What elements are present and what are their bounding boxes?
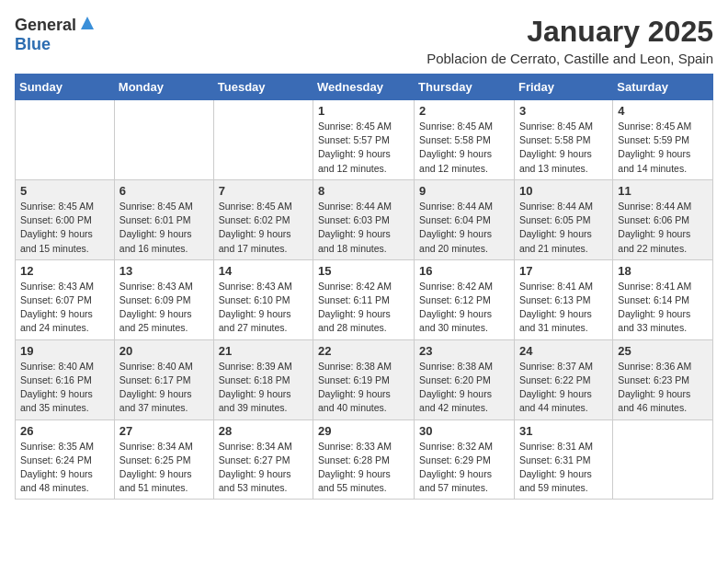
day-detail: Sunrise: 8:41 AM Sunset: 6:14 PM Dayligh… <box>618 281 691 334</box>
calendar-cell: 24Sunrise: 8:37 AM Sunset: 6:22 PM Dayli… <box>514 339 612 419</box>
logo-general: General <box>15 16 76 35</box>
day-number: 19 <box>20 344 109 358</box>
calendar-cell: 19Sunrise: 8:40 AM Sunset: 6:16 PM Dayli… <box>16 339 115 419</box>
day-number: 20 <box>119 344 209 358</box>
calendar-cell: 16Sunrise: 8:42 AM Sunset: 6:12 PM Dayli… <box>415 259 515 339</box>
weekday-header: Friday <box>514 75 612 100</box>
calendar-cell: 18Sunrise: 8:41 AM Sunset: 6:14 PM Dayli… <box>613 259 713 339</box>
title-area: January 2025 Poblacion de Cerrato, Casti… <box>427 15 713 66</box>
calendar-cell: 7Sunrise: 8:45 AM Sunset: 6:02 PM Daylig… <box>213 179 313 259</box>
calendar-week-row: 1Sunrise: 8:45 AM Sunset: 5:57 PM Daylig… <box>16 100 713 180</box>
day-number: 22 <box>318 344 409 358</box>
day-number: 21 <box>219 344 308 358</box>
day-number: 7 <box>219 184 308 198</box>
day-number: 29 <box>318 424 409 438</box>
day-detail: Sunrise: 8:34 AM Sunset: 6:25 PM Dayligh… <box>119 441 193 494</box>
logo-blue: Blue <box>15 35 51 53</box>
day-number: 3 <box>519 104 608 118</box>
day-detail: Sunrise: 8:44 AM Sunset: 6:04 PM Dayligh… <box>419 201 493 254</box>
day-detail: Sunrise: 8:41 AM Sunset: 6:13 PM Dayligh… <box>519 281 593 334</box>
day-detail: Sunrise: 8:44 AM Sunset: 6:06 PM Dayligh… <box>618 201 691 254</box>
calendar-cell: 28Sunrise: 8:34 AM Sunset: 6:27 PM Dayli… <box>213 419 313 500</box>
calendar-cell: 1Sunrise: 8:45 AM Sunset: 5:57 PM Daylig… <box>313 100 415 180</box>
day-detail: Sunrise: 8:45 AM Sunset: 6:01 PM Dayligh… <box>119 201 193 254</box>
calendar-cell: 11Sunrise: 8:44 AM Sunset: 6:06 PM Dayli… <box>613 179 713 259</box>
day-detail: Sunrise: 8:37 AM Sunset: 6:22 PM Dayligh… <box>519 361 593 414</box>
day-detail: Sunrise: 8:44 AM Sunset: 6:05 PM Dayligh… <box>519 201 593 254</box>
day-number: 5 <box>20 184 109 198</box>
calendar-cell: 29Sunrise: 8:33 AM Sunset: 6:28 PM Dayli… <box>313 419 415 500</box>
weekday-header: Sunday <box>16 75 115 100</box>
day-detail: Sunrise: 8:42 AM Sunset: 6:12 PM Dayligh… <box>419 281 493 334</box>
day-detail: Sunrise: 8:45 AM Sunset: 5:58 PM Dayligh… <box>519 121 593 174</box>
day-detail: Sunrise: 8:38 AM Sunset: 6:19 PM Dayligh… <box>318 361 392 414</box>
calendar-cell <box>114 100 213 180</box>
day-detail: Sunrise: 8:40 AM Sunset: 6:16 PM Dayligh… <box>20 361 94 414</box>
day-number: 23 <box>419 344 509 358</box>
calendar-cell: 9Sunrise: 8:44 AM Sunset: 6:04 PM Daylig… <box>415 179 515 259</box>
calendar-cell: 5Sunrise: 8:45 AM Sunset: 6:00 PM Daylig… <box>16 179 115 259</box>
logo-icon <box>79 15 96 35</box>
calendar-cell: 13Sunrise: 8:43 AM Sunset: 6:09 PM Dayli… <box>114 259 213 339</box>
day-detail: Sunrise: 8:45 AM Sunset: 5:58 PM Dayligh… <box>419 121 493 174</box>
calendar-cell: 30Sunrise: 8:32 AM Sunset: 6:29 PM Dayli… <box>415 419 515 500</box>
day-detail: Sunrise: 8:42 AM Sunset: 6:11 PM Dayligh… <box>318 281 392 334</box>
weekday-header: Tuesday <box>213 75 313 100</box>
day-detail: Sunrise: 8:36 AM Sunset: 6:23 PM Dayligh… <box>618 361 691 414</box>
calendar-week-row: 12Sunrise: 8:43 AM Sunset: 6:07 PM Dayli… <box>16 259 713 339</box>
calendar-cell: 3Sunrise: 8:45 AM Sunset: 5:58 PM Daylig… <box>514 100 612 180</box>
calendar-cell: 15Sunrise: 8:42 AM Sunset: 6:11 PM Dayli… <box>313 259 415 339</box>
day-number: 25 <box>618 344 708 358</box>
day-detail: Sunrise: 8:43 AM Sunset: 6:10 PM Dayligh… <box>219 281 292 334</box>
day-detail: Sunrise: 8:31 AM Sunset: 6:31 PM Dayligh… <box>519 441 593 494</box>
calendar-cell: 10Sunrise: 8:44 AM Sunset: 6:05 PM Dayli… <box>514 179 612 259</box>
calendar-week-row: 19Sunrise: 8:40 AM Sunset: 6:16 PM Dayli… <box>16 339 713 419</box>
day-number: 6 <box>119 184 209 198</box>
day-number: 17 <box>519 264 608 278</box>
day-number: 10 <box>519 184 608 198</box>
calendar-cell <box>213 100 313 180</box>
day-number: 11 <box>618 184 708 198</box>
calendar-cell: 31Sunrise: 8:31 AM Sunset: 6:31 PM Dayli… <box>514 419 612 500</box>
day-number: 13 <box>119 264 209 278</box>
day-number: 31 <box>519 424 608 438</box>
day-detail: Sunrise: 8:45 AM Sunset: 6:02 PM Dayligh… <box>219 201 292 254</box>
calendar-cell: 14Sunrise: 8:43 AM Sunset: 6:10 PM Dayli… <box>213 259 313 339</box>
day-number: 8 <box>318 184 409 198</box>
day-detail: Sunrise: 8:38 AM Sunset: 6:20 PM Dayligh… <box>419 361 493 414</box>
day-number: 24 <box>519 344 608 358</box>
weekday-header: Thursday <box>415 75 515 100</box>
day-detail: Sunrise: 8:43 AM Sunset: 6:09 PM Dayligh… <box>119 281 193 334</box>
svg-marker-0 <box>81 17 94 29</box>
calendar-cell: 2Sunrise: 8:45 AM Sunset: 5:58 PM Daylig… <box>415 100 515 180</box>
calendar-table: SundayMondayTuesdayWednesdayThursdayFrid… <box>15 74 713 500</box>
day-number: 4 <box>618 104 708 118</box>
day-number: 9 <box>419 184 509 198</box>
weekday-header: Wednesday <box>313 75 415 100</box>
header: General Blue January 2025 Poblacion de C… <box>15 15 713 66</box>
calendar-cell: 27Sunrise: 8:34 AM Sunset: 6:25 PM Dayli… <box>114 419 213 500</box>
calendar-cell: 25Sunrise: 8:36 AM Sunset: 6:23 PM Dayli… <box>613 339 713 419</box>
calendar-cell: 22Sunrise: 8:38 AM Sunset: 6:19 PM Dayli… <box>313 339 415 419</box>
day-detail: Sunrise: 8:33 AM Sunset: 6:28 PM Dayligh… <box>318 441 392 494</box>
calendar-cell: 4Sunrise: 8:45 AM Sunset: 5:59 PM Daylig… <box>613 100 713 180</box>
day-number: 14 <box>219 264 308 278</box>
calendar-cell: 8Sunrise: 8:44 AM Sunset: 6:03 PM Daylig… <box>313 179 415 259</box>
page-title: January 2025 <box>427 15 713 49</box>
day-detail: Sunrise: 8:45 AM Sunset: 5:59 PM Dayligh… <box>618 121 691 174</box>
calendar-cell: 6Sunrise: 8:45 AM Sunset: 6:01 PM Daylig… <box>114 179 213 259</box>
day-detail: Sunrise: 8:43 AM Sunset: 6:07 PM Dayligh… <box>20 281 94 334</box>
calendar-header-row: SundayMondayTuesdayWednesdayThursdayFrid… <box>16 75 713 100</box>
day-detail: Sunrise: 8:39 AM Sunset: 6:18 PM Dayligh… <box>219 361 292 414</box>
day-number: 16 <box>419 264 509 278</box>
day-detail: Sunrise: 8:40 AM Sunset: 6:17 PM Dayligh… <box>119 361 193 414</box>
logo: General Blue <box>15 15 96 54</box>
day-number: 15 <box>318 264 409 278</box>
calendar-body: 1Sunrise: 8:45 AM Sunset: 5:57 PM Daylig… <box>16 100 713 500</box>
calendar-week-row: 5Sunrise: 8:45 AM Sunset: 6:00 PM Daylig… <box>16 179 713 259</box>
page-subtitle: Poblacion de Cerrato, Castille and Leon,… <box>427 51 713 66</box>
calendar-cell: 17Sunrise: 8:41 AM Sunset: 6:13 PM Dayli… <box>514 259 612 339</box>
day-number: 28 <box>219 424 308 438</box>
day-number: 12 <box>20 264 109 278</box>
day-detail: Sunrise: 8:45 AM Sunset: 5:57 PM Dayligh… <box>318 121 392 174</box>
